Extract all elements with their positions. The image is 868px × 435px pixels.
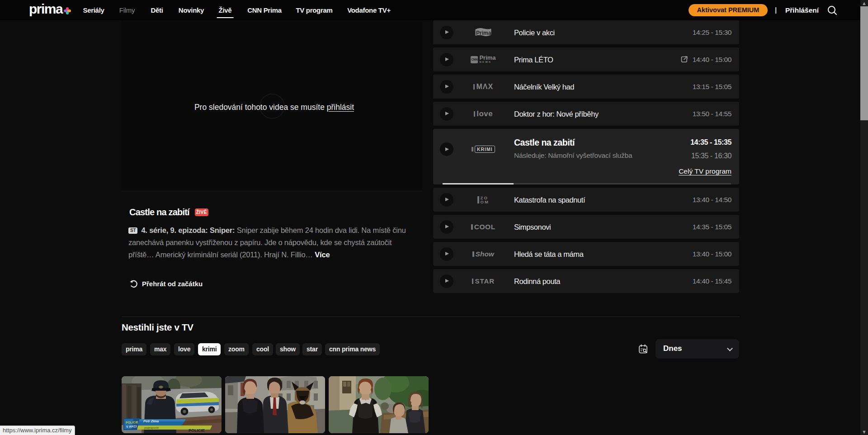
svg-text:Prima: Prima [476, 30, 491, 36]
